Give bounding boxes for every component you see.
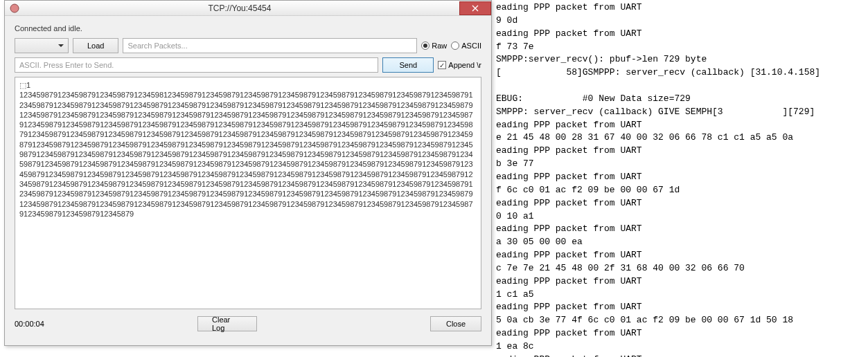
dialog-content: Connected and idle. Load Search Packets.… — [5, 16, 491, 340]
raw-radio[interactable]: Raw — [421, 42, 447, 50]
ascii-radio[interactable]: ASCII — [451, 42, 481, 50]
append-checkbox[interactable]: ✓ Append \r — [438, 61, 481, 69]
console-output: eading PPP packet from UART 9 0d eading … — [496, 0, 867, 357]
svg-point-0 — [10, 4, 19, 12]
checkbox-checked-icon: ✓ — [438, 61, 446, 69]
close-button[interactable]: Close — [430, 316, 481, 331]
send-button[interactable]: Send — [382, 57, 434, 73]
app-icon — [9, 3, 20, 14]
window-close-button[interactable] — [459, 1, 491, 15]
load-button[interactable]: Load — [73, 38, 118, 53]
row-load: Load Search Packets... Raw ASCII — [15, 38, 481, 53]
raw-label: Raw — [432, 42, 447, 50]
timer-text: 00:00:04 — [15, 320, 44, 328]
bottom-row: 00:00:04 Clear Log Close — [15, 316, 481, 331]
radio-unchecked-icon — [451, 42, 459, 50]
ascii-input[interactable]: ASCII. Press Enter to Send. — [15, 57, 378, 73]
dialog-window: TCP://You:45454 Connected and idle. Load… — [4, 0, 492, 346]
titlebar: TCP://You:45454 — [5, 1, 491, 16]
window-title: TCP://You:45454 — [20, 3, 459, 13]
append-label: Append \r — [448, 61, 481, 69]
status-text: Connected and idle. — [15, 24, 481, 33]
row-send: ASCII. Press Enter to Send. Send ✓ Appen… — [15, 57, 481, 73]
radio-checked-icon — [421, 42, 429, 50]
search-input[interactable]: Search Packets... — [123, 38, 417, 53]
clear-log-button[interactable]: Clear Log — [197, 316, 257, 331]
ascii-label: ASCII — [461, 42, 481, 50]
log-area[interactable]: ⬚1 1234598791234598791234598791234598123… — [15, 77, 481, 309]
connection-dropdown[interactable] — [15, 38, 69, 53]
